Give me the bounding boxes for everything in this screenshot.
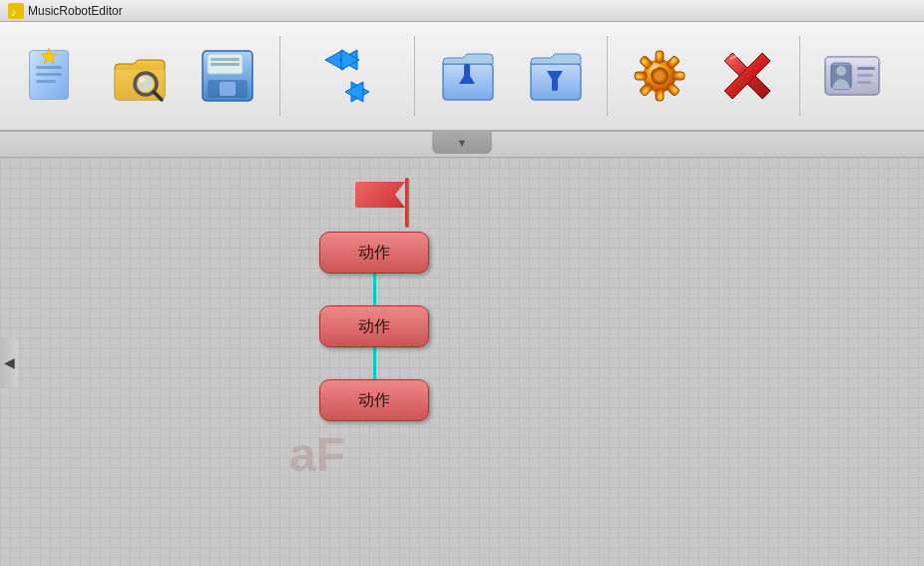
gear-icon [628, 44, 692, 108]
chevron-down-icon: ▼ [457, 137, 468, 149]
close-button[interactable] [707, 34, 787, 119]
svg-point-11 [139, 77, 145, 83]
nav-arrows-icon [297, 44, 397, 108]
save-icon [196, 44, 259, 108]
flow-block-1[interactable]: 动作 [319, 232, 429, 274]
svg-rect-5 [36, 73, 62, 76]
separator-4 [799, 36, 800, 116]
svg-rect-14 [211, 58, 239, 61]
separator-3 [607, 36, 608, 116]
collapse-arrow-button[interactable]: ▼ [432, 132, 492, 154]
export-button[interactable] [515, 34, 595, 119]
folder-search-icon [108, 44, 172, 108]
app-icon: ♪ [8, 3, 24, 19]
open-button[interactable] [100, 34, 180, 119]
flow-connector-2 [373, 347, 376, 379]
start-flag [355, 182, 405, 208]
svg-rect-24 [464, 64, 470, 78]
close-x-icon [715, 44, 779, 108]
svg-rect-26 [552, 77, 558, 91]
svg-rect-32 [656, 89, 664, 101]
flow-item-3: 动作 [319, 379, 429, 421]
svg-rect-46 [857, 74, 873, 77]
import-button[interactable] [427, 34, 507, 119]
folder-down-icon [435, 44, 499, 108]
svg-rect-15 [211, 63, 239, 66]
start-pole [405, 178, 409, 228]
nav-button[interactable] [292, 34, 402, 119]
svg-rect-45 [857, 67, 875, 70]
save-button[interactable] [188, 34, 267, 119]
svg-rect-47 [857, 81, 871, 84]
flow-item-1: 动作 [319, 232, 429, 305]
settings-button[interactable] [620, 34, 699, 119]
title-bar: ♪ MusicRobotEditor [0, 0, 924, 22]
svg-text:♪: ♪ [11, 6, 17, 18]
left-panel-toggle[interactable]: ◀ [0, 337, 18, 387]
flow-connector-1 [373, 274, 376, 305]
svg-rect-48 [825, 57, 879, 65]
flowchart: 动作 动作 动作 [319, 178, 429, 421]
document-star-icon [20, 44, 84, 108]
svg-rect-17 [220, 82, 235, 96]
folder-up-icon [523, 44, 587, 108]
svg-rect-4 [36, 66, 62, 69]
canvas-area: ◀ aF 动作 动作 动作 [0, 158, 924, 566]
svg-rect-34 [635, 72, 647, 80]
new-button[interactable] [12, 34, 92, 119]
svg-rect-6 [36, 80, 56, 83]
flow-block-2[interactable]: 动作 [319, 305, 429, 347]
canvas-label: aF [289, 427, 345, 482]
app-title: MusicRobotEditor [28, 4, 123, 18]
toolbar-collapse-bar: ▼ [0, 132, 924, 158]
profile-button[interactable] [812, 34, 892, 119]
svg-rect-30 [673, 72, 685, 80]
svg-point-37 [655, 71, 665, 81]
flow-item-2: 动作 [319, 305, 429, 379]
svg-point-44 [836, 66, 846, 76]
toolbar [0, 22, 924, 132]
flow-block-3[interactable]: 动作 [319, 379, 429, 421]
chevron-left-icon: ◀ [4, 354, 15, 370]
svg-rect-28 [656, 51, 664, 63]
flow-start-marker [319, 178, 429, 228]
profile-icon [820, 44, 884, 108]
separator-2 [414, 36, 415, 116]
separator-1 [279, 36, 280, 116]
